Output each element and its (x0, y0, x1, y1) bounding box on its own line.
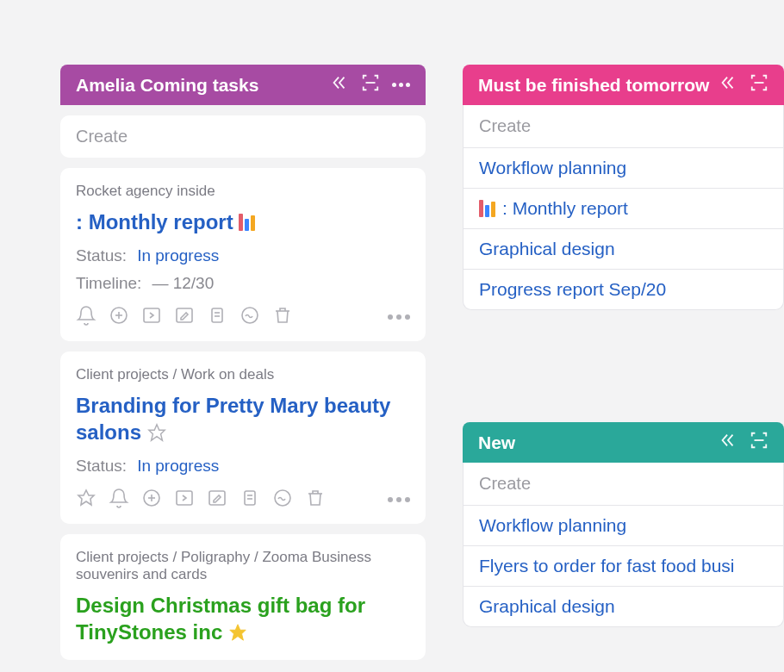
task-card[interactable]: Client projects / Work on deals Branding… (60, 352, 426, 524)
list-item[interactable]: Progress report Sep/20 (464, 270, 783, 309)
list-item-label: Flyers to order for fast food busi (479, 556, 734, 576)
list-item-label: Graphical design (479, 239, 615, 259)
list-item[interactable]: Workflow planning (464, 148, 783, 189)
svg-marker-10 (149, 425, 165, 440)
card-title-row: Design Christmas gift bag for TinyStones… (76, 592, 410, 648)
scan-icon[interactable] (361, 73, 380, 96)
activity-icon[interactable] (272, 488, 293, 512)
activity-icon[interactable] (240, 305, 260, 329)
scan-icon[interactable] (750, 431, 768, 454)
tomorrow-header: Must be finished tomorrow (463, 65, 784, 105)
timeline-label: Timeline: (76, 274, 141, 293)
tomorrow-widget: Must be finished tomorrow Create Workflo… (463, 65, 784, 310)
new-header-actions (719, 431, 768, 454)
card-more-icon[interactable] (388, 314, 410, 320)
tomorrow-title: Must be finished tomorrow (478, 75, 709, 96)
list-item-label: Progress report Sep/20 (479, 279, 666, 300)
clipboard-icon[interactable] (207, 305, 227, 329)
new-title: New (478, 432, 515, 453)
svg-rect-15 (177, 491, 192, 505)
plus-circle-icon[interactable] (109, 305, 129, 329)
edit-icon[interactable] (174, 305, 195, 329)
amelia-title: Amelia Coming tasks (76, 75, 258, 96)
card-actions (76, 302, 410, 329)
status-row: Status: In progress (76, 246, 410, 265)
new-header: New (463, 422, 784, 463)
svg-rect-4 (144, 308, 159, 322)
bell-icon[interactable] (109, 488, 129, 512)
collapse-icon[interactable] (719, 73, 737, 96)
card-title-text: Monthly report (89, 210, 233, 233)
svg-rect-17 (245, 491, 255, 505)
amelia-create-input[interactable]: Create (60, 115, 426, 158)
status-row: Status: In progress (76, 457, 410, 476)
svg-rect-6 (212, 308, 222, 322)
card-actions (76, 484, 410, 512)
star-filled-icon[interactable] (228, 621, 247, 648)
list-item[interactable]: : Monthly report (464, 189, 783, 229)
collapse-icon[interactable] (330, 73, 349, 96)
scan-icon[interactable] (750, 73, 768, 96)
list-item-label: Graphical design (479, 596, 615, 617)
amelia-header-actions (330, 73, 410, 96)
bar-chart-icon (239, 214, 255, 235)
task-card[interactable]: Client projects / Poligraphy / Zooma Bus… (60, 534, 426, 660)
svg-marker-21 (230, 625, 246, 640)
new-create-input[interactable]: Create (464, 463, 783, 506)
list-item[interactable]: Graphical design (464, 587, 783, 626)
more-icon[interactable] (392, 83, 410, 87)
card-title-row: Branding for Pretty Mary beauty salons (76, 392, 410, 448)
edit-icon[interactable] (207, 488, 227, 512)
amelia-widget: Amelia Coming tasks Create Rocket agency… (60, 65, 426, 660)
list-item[interactable]: Flyers to order for fast food busi (464, 546, 783, 587)
tomorrow-create-input[interactable]: Create (464, 105, 783, 148)
card-title-row: : Monthly report (76, 208, 410, 238)
plus-circle-icon[interactable] (141, 488, 162, 512)
move-icon[interactable] (174, 488, 195, 512)
trash-icon[interactable] (305, 488, 326, 512)
list-item[interactable]: Graphical design (464, 229, 783, 270)
status-label: Status: (76, 246, 127, 265)
clipboard-icon[interactable] (240, 488, 260, 512)
svg-marker-11 (78, 490, 94, 505)
timeline-value: — 12/30 (152, 274, 214, 293)
card-title-text: Branding for Pretty Mary beauty salons (76, 394, 390, 444)
list-item-label: : Monthly report (502, 198, 628, 219)
task-card[interactable]: Rocket agency inside : Monthly report St… (60, 168, 426, 341)
card-breadcrumb: Client projects / Work on deals (76, 366, 410, 383)
card-title-prefix: : (76, 210, 89, 233)
list-item-label: Workflow planning (479, 158, 626, 178)
bell-icon[interactable] (76, 305, 96, 329)
timeline-row: Timeline: — 12/30 (76, 274, 410, 293)
card-more-icon[interactable] (388, 497, 410, 502)
star-icon[interactable] (147, 421, 166, 448)
status-value: In progress (137, 246, 219, 265)
collapse-icon[interactable] (719, 431, 737, 454)
svg-point-9 (242, 308, 258, 323)
trash-icon[interactable] (272, 305, 293, 329)
card-breadcrumb: Client projects / Poligraphy / Zooma Bus… (76, 549, 410, 583)
amelia-header: Amelia Coming tasks (60, 65, 426, 105)
tomorrow-header-actions (719, 73, 768, 96)
list-item[interactable]: Workflow planning (464, 506, 783, 546)
list-item-label: Workflow planning (479, 515, 626, 536)
status-label: Status: (76, 457, 127, 476)
new-list: Create Workflow planning Flyers to order… (463, 463, 784, 627)
move-icon[interactable] (141, 305, 162, 329)
star-outline-icon[interactable] (76, 488, 96, 512)
card-breadcrumb: Rocket agency inside (76, 183, 410, 200)
status-value: In progress (137, 457, 219, 476)
svg-point-20 (275, 490, 290, 506)
bar-chart-icon (479, 200, 495, 217)
new-widget: New Create Workflow planning Flyers to o… (463, 422, 784, 627)
card-title-text: Design Christmas gift bag for TinyStones… (76, 594, 365, 644)
tomorrow-list: Create Workflow planning : Monthly repor… (463, 105, 784, 310)
